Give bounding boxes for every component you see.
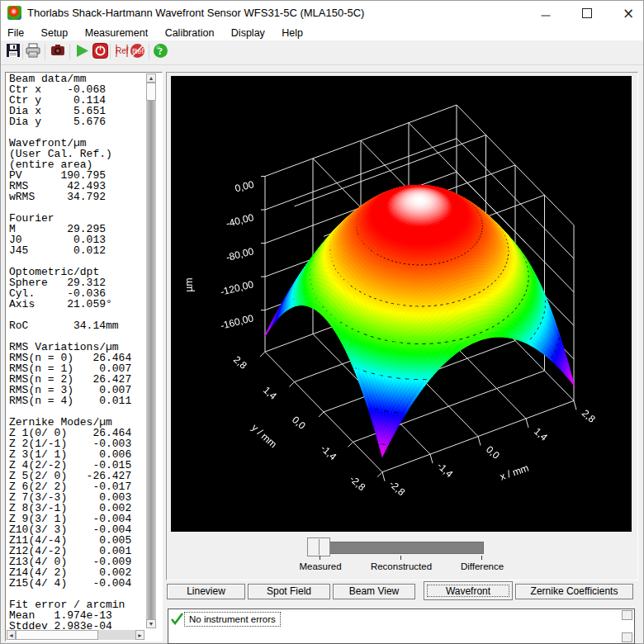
scroll-left-button[interactable]: ◄ xyxy=(7,630,16,640)
help-icon: ? xyxy=(153,43,168,59)
maximize-button[interactable] xyxy=(568,1,606,25)
svg-text:Ref: Ref xyxy=(116,46,129,55)
reference-user-icon: Ref xyxy=(130,43,145,59)
scroll-right-button[interactable]: ► xyxy=(135,630,144,640)
window-title: Thorlabs Shack-Hartmann Wavefront Sensor… xyxy=(27,7,364,19)
tab-lineview[interactable]: Lineview xyxy=(167,584,245,599)
status-scroll-down[interactable] xyxy=(622,632,632,642)
title-bar: Thorlabs Shack-Hartmann Wavefront Sensor… xyxy=(1,1,643,25)
print-button[interactable] xyxy=(26,43,42,60)
minimize-button[interactable] xyxy=(527,1,565,25)
print-icon xyxy=(26,43,40,58)
play-icon xyxy=(74,43,90,59)
tab-wavefront[interactable]: Wavefront xyxy=(424,581,513,600)
menu-display[interactable]: Display xyxy=(225,26,272,41)
camera-button[interactable] xyxy=(50,43,67,60)
svg-text:?: ? xyxy=(158,45,163,57)
toolbar: Ref Ref ? xyxy=(1,40,643,65)
reference-flat-button[interactable]: Ref xyxy=(114,43,130,60)
close-button[interactable]: × xyxy=(609,1,644,25)
measurement-results-text: Beam data/mm Ctr x -0.068 Ctr y 0.114 Di… xyxy=(9,73,131,632)
slider-label-difference[interactable]: Difference xyxy=(424,561,540,571)
status-message: No instrument errors xyxy=(184,612,281,627)
status-scroll-up[interactable] xyxy=(622,610,632,620)
menu-setup[interactable]: Setup xyxy=(35,26,75,41)
maximize-icon xyxy=(582,8,592,18)
tab-spot-field[interactable]: Spot Field xyxy=(248,584,330,599)
minimize-icon xyxy=(542,15,551,16)
menu-measurement[interactable]: Measurement xyxy=(78,26,154,41)
reference-user-button[interactable]: Ref xyxy=(130,43,146,60)
status-bar: No instrument errors xyxy=(168,608,635,644)
status-ok-icon xyxy=(171,613,183,625)
reference-flat-icon: Ref xyxy=(114,43,130,59)
horizontal-scroll-thumb[interactable] xyxy=(16,630,98,640)
results-horizontal-scrollbar[interactable]: ◄ ► xyxy=(7,630,144,640)
help-button[interactable]: ? xyxy=(153,43,169,60)
start-button[interactable] xyxy=(74,43,91,60)
app-window: Thorlabs Shack-Hartmann Wavefront Sensor… xyxy=(0,0,644,644)
view-mode-slider-track[interactable] xyxy=(310,542,484,554)
scroll-up-button[interactable]: ▲ xyxy=(146,73,156,83)
vertical-scroll-thumb[interactable] xyxy=(146,83,156,101)
stop-button[interactable] xyxy=(92,43,109,60)
stop-icon xyxy=(92,43,108,59)
camera-icon xyxy=(50,43,65,58)
scroll-down-button[interactable]: ▼ xyxy=(146,619,156,628)
results-vertical-scrollbar[interactable]: ▲ ▼ xyxy=(146,73,156,628)
save-icon xyxy=(6,43,21,58)
close-icon: × xyxy=(623,9,634,17)
app-icon xyxy=(7,6,21,20)
wavefront-3d-plot[interactable] xyxy=(171,76,632,532)
menu-calibration[interactable]: Calibration xyxy=(159,26,221,41)
tab-beam-view[interactable]: Beam View xyxy=(333,584,415,599)
menu-file[interactable]: File xyxy=(1,26,31,41)
view-mode-slider-thumb[interactable] xyxy=(307,537,330,556)
menu-bar: File Setup Measurement Calibration Displ… xyxy=(1,25,643,41)
tab-zernike-coefficients[interactable]: Zernike Coefficients xyxy=(515,584,633,599)
save-button[interactable] xyxy=(6,43,22,60)
menu-help[interactable]: Help xyxy=(275,26,310,41)
